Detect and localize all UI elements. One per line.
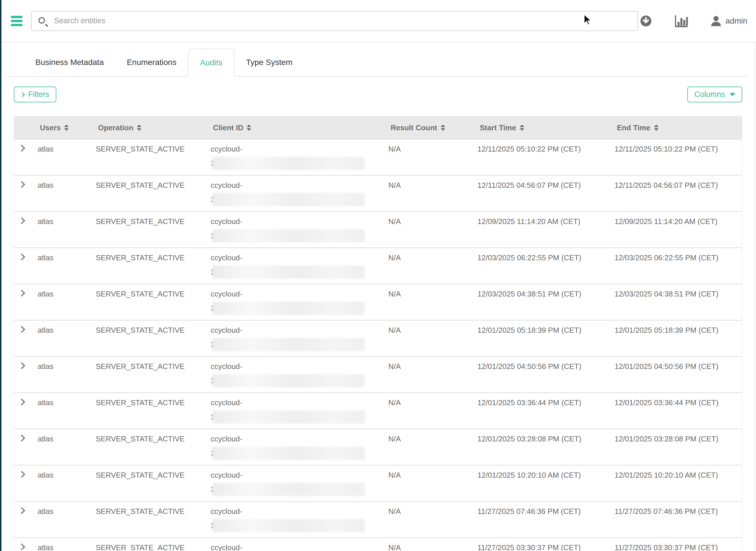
expand-chevron-icon[interactable] bbox=[18, 471, 25, 478]
operation-cell: SERVER_STATE_ACTIVE bbox=[92, 248, 207, 284]
row-expander[interactable] bbox=[14, 212, 34, 247]
sort-icon bbox=[247, 124, 251, 131]
expand-chevron-icon[interactable] bbox=[18, 507, 25, 514]
operation-cell: SERVER_STATE_ACTIVE bbox=[92, 393, 207, 429]
sort-icon bbox=[137, 124, 141, 131]
chevron-down-icon bbox=[730, 93, 735, 96]
row-expander[interactable] bbox=[14, 285, 34, 320]
expand-chevron-icon[interactable] bbox=[18, 290, 25, 297]
redacted-blur-patch bbox=[212, 410, 365, 424]
download-button[interactable] bbox=[640, 15, 652, 27]
operation-cell: SERVER_STATE_ACTIVE bbox=[92, 502, 207, 537]
expand-chevron-icon[interactable] bbox=[18, 435, 25, 441]
expand-chevron-icon[interactable] bbox=[18, 181, 25, 188]
table-row: atlas SERVER_STATE_ACTIVE ccycloud- 3.a … bbox=[14, 502, 742, 538]
expand-chevron-icon[interactable] bbox=[18, 145, 25, 151]
row-expander[interactable] bbox=[14, 321, 34, 356]
client-id-cell: ccycloud- 3.a bbox=[207, 321, 385, 356]
client-id-line2: 3.a bbox=[211, 193, 381, 206]
sort-icon bbox=[64, 124, 69, 131]
tab-enumerations[interactable]: Enumerations bbox=[115, 49, 188, 76]
expand-chevron-icon[interactable] bbox=[18, 217, 25, 224]
column-header-client-id[interactable]: Client ID bbox=[207, 116, 385, 139]
operation-cell: SERVER_STATE_ACTIVE bbox=[92, 139, 207, 175]
tab-audits[interactable]: Audits bbox=[188, 49, 235, 77]
row-expander[interactable] bbox=[14, 538, 34, 551]
end-time-cell: 12/01/2025 03:36:44 PM (CET) bbox=[611, 393, 742, 429]
start-time-cell: 11/27/2025 03:30:37 PM (CET) bbox=[474, 538, 611, 551]
client-id-cell: ccycloud- 3.a bbox=[207, 502, 385, 537]
row-expander[interactable] bbox=[14, 248, 34, 284]
start-time-cell: 12/01/2025 04:50:56 PM (CET) bbox=[474, 357, 611, 392]
client-id-line1: ccycloud- bbox=[211, 325, 381, 335]
table-row: atlas SERVER_STATE_ACTIVE ccycloud- 3.a … bbox=[14, 429, 742, 466]
statistics-button[interactable] bbox=[674, 15, 688, 27]
search-icon bbox=[39, 17, 45, 24]
redacted-blur-patch bbox=[212, 265, 365, 279]
column-label: Result Count bbox=[391, 123, 437, 132]
client-id-line1: ccycloud- bbox=[211, 470, 381, 480]
row-expander[interactable] bbox=[14, 357, 34, 392]
row-expander[interactable] bbox=[14, 466, 34, 501]
table-row: atlas SERVER_STATE_ACTIVE ccycloud- 3.a … bbox=[14, 538, 742, 551]
client-id-cell: ccycloud- 3.a bbox=[207, 285, 385, 320]
topbar-actions: admin bbox=[640, 15, 747, 27]
column-header-users[interactable]: Users bbox=[34, 116, 92, 139]
end-time-cell: 12/09/2025 11:14:20 AM (CET) bbox=[611, 212, 742, 247]
expand-chevron-icon[interactable] bbox=[18, 398, 25, 405]
expand-chevron-icon[interactable] bbox=[18, 362, 25, 369]
user-menu[interactable]: admin bbox=[711, 16, 747, 26]
sort-icon bbox=[654, 124, 659, 131]
operation-cell: SERVER_STATE_ACTIVE bbox=[92, 429, 207, 465]
top-bar: admin bbox=[0, 0, 756, 42]
column-label: End Time bbox=[617, 123, 651, 132]
end-time-cell: 12/01/2025 10:20:10 AM (CET) bbox=[611, 466, 742, 501]
user-cell: atlas bbox=[34, 139, 92, 175]
column-label: Users bbox=[40, 123, 61, 132]
start-time-cell: 12/01/2025 10:20:10 AM (CET) bbox=[474, 466, 611, 501]
start-time-cell: 12/09/2025 11:14:20 AM (CET) bbox=[474, 212, 611, 247]
search-input[interactable] bbox=[31, 11, 638, 31]
column-label: Operation bbox=[98, 123, 133, 132]
client-id-line2: 3.a bbox=[211, 265, 381, 279]
column-label: Client ID bbox=[213, 123, 243, 132]
row-expander[interactable] bbox=[14, 429, 34, 465]
end-time-cell: 12/11/2025 04:56:07 PM (CET) bbox=[611, 176, 742, 211]
column-header-operation[interactable]: Operation bbox=[92, 116, 207, 139]
column-header-result-count[interactable]: Result Count bbox=[385, 116, 474, 139]
operation-cell: SERVER_STATE_ACTIVE bbox=[92, 321, 207, 356]
expand-chevron-icon[interactable] bbox=[18, 253, 25, 260]
table-row: atlas SERVER_STATE_ACTIVE ccycloud- 3.a … bbox=[14, 176, 742, 212]
end-time-cell: 12/03/2025 06:22:55 PM (CET) bbox=[611, 248, 742, 284]
column-header-end-time[interactable]: End Time bbox=[611, 116, 742, 139]
client-id-line1: ccycloud- bbox=[211, 180, 381, 190]
columns-button[interactable]: Columns bbox=[687, 87, 742, 102]
filters-button[interactable]: Filters bbox=[14, 87, 56, 102]
bar-chart-icon bbox=[674, 15, 688, 27]
user-cell: atlas bbox=[34, 285, 92, 320]
row-expander[interactable] bbox=[14, 176, 34, 211]
end-time-cell: 12/11/2025 05:10:22 PM (CET) bbox=[611, 139, 742, 175]
result-count-cell: N/A bbox=[385, 176, 474, 211]
row-expander[interactable] bbox=[14, 502, 34, 537]
client-id-line2: 3.a bbox=[211, 447, 381, 460]
menu-hamburger-icon[interactable] bbox=[11, 16, 22, 26]
redacted-blur-patch bbox=[212, 229, 365, 242]
tab-business-metadata[interactable]: Business Metadata bbox=[24, 49, 115, 76]
client-id-line1: ccycloud- bbox=[211, 543, 381, 551]
operation-cell: SERVER_STATE_ACTIVE bbox=[92, 176, 207, 211]
column-header-start-time[interactable]: Start Time bbox=[474, 116, 611, 139]
row-expander[interactable] bbox=[14, 139, 34, 175]
chevron-right-icon bbox=[20, 92, 25, 97]
redacted-blur-patch bbox=[212, 302, 365, 315]
row-expander[interactable] bbox=[14, 393, 34, 429]
operation-cell: SERVER_STATE_ACTIVE bbox=[92, 285, 207, 320]
tab-type-system[interactable]: Type System bbox=[235, 49, 304, 76]
client-id-line2: 3.a bbox=[211, 338, 381, 351]
expand-chevron-icon[interactable] bbox=[18, 543, 25, 550]
client-id-line1: ccycloud- bbox=[211, 362, 381, 371]
person-icon bbox=[711, 16, 722, 26]
client-id-line2: 3.a bbox=[211, 519, 381, 532]
expand-chevron-icon[interactable] bbox=[18, 326, 25, 333]
client-id-line2: 3.a bbox=[211, 229, 381, 242]
